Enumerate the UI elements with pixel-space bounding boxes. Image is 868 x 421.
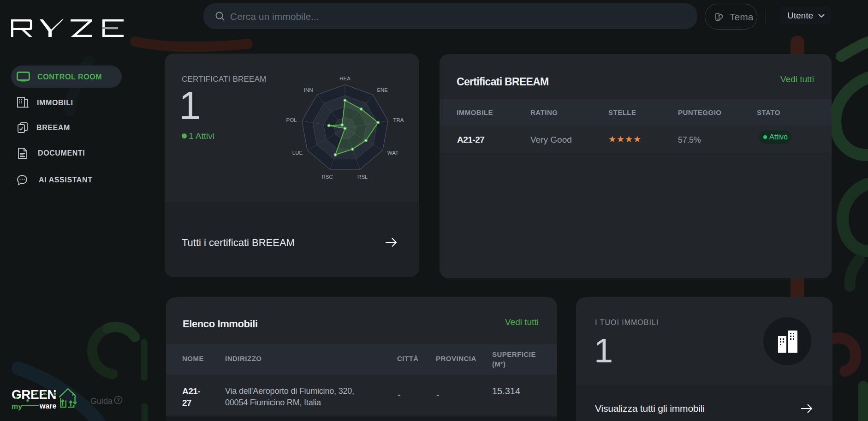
svg-text:ENE: ENE xyxy=(377,87,388,93)
svg-text:?: ? xyxy=(117,397,120,403)
svg-text:INN: INN xyxy=(304,87,313,93)
svg-text:WAT: WAT xyxy=(387,150,398,156)
svg-text:LUE: LUE xyxy=(292,150,303,156)
svg-text:TRA: TRA xyxy=(393,117,404,123)
svg-text:HEA: HEA xyxy=(339,76,351,81)
svg-text:RSL: RSL xyxy=(357,174,368,180)
svg-text:POL: POL xyxy=(286,117,297,123)
svg-text:RSC: RSC xyxy=(322,174,333,180)
